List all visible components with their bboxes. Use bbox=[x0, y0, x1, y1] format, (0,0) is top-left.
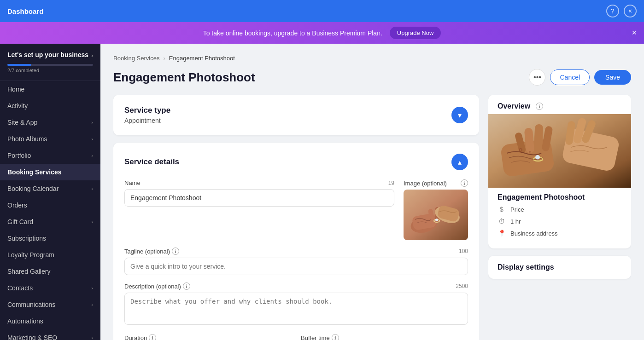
name-group: Name 19 bbox=[124, 179, 394, 240]
sidebar-item-photo-albums[interactable]: Photo Albums › bbox=[0, 131, 100, 147]
chevron-right-icon: › bbox=[91, 153, 93, 158]
duration-info-icon[interactable]: ℹ bbox=[149, 334, 156, 340]
topbar: Dashboard ? × bbox=[0, 0, 644, 22]
description-char-count: 2500 bbox=[456, 283, 468, 289]
sidebar-setup[interactable]: Let's set up your business › 2/7 complet… bbox=[0, 44, 100, 81]
name-input[interactable] bbox=[124, 189, 394, 207]
overview-image bbox=[488, 114, 631, 188]
breadcrumb-separator: › bbox=[163, 55, 165, 62]
sidebar-item-subscriptions[interactable]: Subscriptions bbox=[0, 230, 100, 247]
sidebar-item-booking-calendar[interactable]: Booking Calendar › bbox=[0, 180, 100, 197]
description-textarea[interactable] bbox=[124, 293, 468, 325]
chevron-right-icon: › bbox=[91, 302, 93, 307]
buffer-label-row: Buffer time ℹ bbox=[301, 334, 468, 340]
chevron-right-icon: › bbox=[91, 186, 93, 191]
image-label-row: Image (optional) ℹ bbox=[404, 179, 468, 187]
business-address-label: Business address bbox=[510, 230, 558, 237]
content-with-panel: Service type Appointment ▾ Service detai… bbox=[113, 95, 631, 340]
cancel-button[interactable]: Cancel bbox=[550, 69, 590, 85]
sidebar-item-marketing-seo[interactable]: Marketing & SEO › bbox=[0, 329, 100, 340]
help-icon[interactable]: ? bbox=[606, 5, 619, 17]
sidebar-item-shared-gallery[interactable]: Shared Gallery bbox=[0, 263, 100, 280]
image-group: Image (optional) ℹ bbox=[404, 179, 468, 240]
tagline-char-count: 100 bbox=[459, 248, 468, 254]
sidebar-item-communications[interactable]: Communications › bbox=[0, 296, 100, 313]
buffer-label: Buffer time bbox=[301, 334, 330, 340]
sidebar-item-loyalty-program[interactable]: Loyalty Program bbox=[0, 247, 100, 263]
name-label: Name bbox=[124, 179, 141, 186]
overview-title: Overview bbox=[498, 102, 530, 110]
close-icon[interactable]: × bbox=[624, 5, 637, 17]
breadcrumb-current: Engagement Photoshoot bbox=[169, 55, 235, 62]
description-group: Description (optional) ℹ 2500 bbox=[124, 282, 468, 327]
progress-text: 2/7 completed bbox=[7, 68, 93, 73]
image-label: Image (optional) bbox=[404, 180, 447, 187]
tagline-group: Tagline (optional) ℹ 100 bbox=[124, 248, 468, 275]
price-label: Price bbox=[510, 206, 524, 213]
tagline-label-row: Tagline (optional) ℹ 100 bbox=[124, 248, 468, 255]
service-type-info: Service type Appointment bbox=[124, 106, 170, 124]
sidebar-item-gift-card[interactable]: Gift Card › bbox=[0, 213, 100, 230]
sidebar: Let's set up your business › 2/7 complet… bbox=[0, 44, 100, 340]
svg-point-19 bbox=[529, 151, 531, 153]
buffer-group: Buffer time ℹ None 15 minutes 30 minutes… bbox=[301, 334, 468, 340]
service-type-header: Service type Appointment ▾ bbox=[124, 106, 468, 124]
chevron-right-icon: › bbox=[91, 120, 93, 125]
breadcrumb: Booking Services › Engagement Photoshoot bbox=[113, 55, 631, 62]
tagline-label: Tagline (optional) bbox=[124, 248, 170, 255]
breadcrumb-parent[interactable]: Booking Services bbox=[113, 55, 159, 62]
price-icon: $ bbox=[498, 205, 506, 213]
service-image[interactable] bbox=[404, 190, 468, 240]
duration-detail: ⏱ 1 hr bbox=[498, 217, 622, 225]
image-info-icon[interactable]: ℹ bbox=[461, 179, 468, 187]
overview-info-icon[interactable]: ℹ bbox=[536, 103, 543, 110]
sidebar-item-site-app[interactable]: Site & App › bbox=[0, 114, 100, 131]
display-settings-card: Display settings bbox=[488, 256, 631, 279]
service-type-value: Appointment bbox=[124, 117, 170, 124]
description-label: Description (optional) bbox=[124, 283, 181, 290]
location-detail: 📍 Business address bbox=[498, 229, 622, 237]
sidebar-item-home[interactable]: Home bbox=[0, 81, 100, 98]
page-header: Engagement Photoshoot ••• Cancel Save bbox=[113, 69, 631, 86]
sidebar-item-contacts[interactable]: Contacts › bbox=[0, 280, 100, 296]
sidebar-item-activity[interactable]: Activity bbox=[0, 98, 100, 114]
more-options-button[interactable]: ••• bbox=[529, 69, 545, 86]
sidebar-item-orders[interactable]: Orders bbox=[0, 197, 100, 213]
chevron-right-icon: › bbox=[91, 136, 93, 142]
chevron-down-icon: ▾ bbox=[458, 111, 462, 120]
service-details-toggle[interactable]: ▴ bbox=[451, 154, 468, 170]
tagline-input[interactable] bbox=[124, 258, 468, 275]
name-char-count: 19 bbox=[388, 180, 394, 186]
service-details-title: Service details bbox=[124, 157, 179, 167]
page-actions: ••• Cancel Save bbox=[529, 69, 631, 86]
tagline-info-icon[interactable]: ℹ bbox=[172, 248, 179, 255]
duration-buffer-row: Duration ℹ 1 hour 30 minutes 1.5 hours 2… bbox=[124, 334, 468, 340]
duration-value: 1 hr bbox=[510, 218, 521, 225]
name-image-row: Name 19 Image (optional) ℹ bbox=[124, 179, 468, 240]
duration-label-row: Duration ℹ bbox=[124, 334, 292, 340]
buffer-info-icon[interactable]: ℹ bbox=[332, 334, 339, 340]
description-label-row: Description (optional) ℹ 2500 bbox=[124, 282, 468, 290]
upgrade-banner: To take online bookings, upgrade to a Bu… bbox=[0, 22, 644, 44]
description-info-icon[interactable]: ℹ bbox=[183, 282, 190, 290]
sidebar-item-automations[interactable]: Automations bbox=[0, 313, 100, 329]
setup-chevron: › bbox=[91, 52, 93, 59]
name-label-row: Name 19 bbox=[124, 179, 394, 186]
sidebar-item-booking-services[interactable]: Booking Services bbox=[0, 164, 100, 180]
progress-bar-bg bbox=[7, 64, 93, 66]
service-type-card: Service type Appointment ▾ bbox=[113, 95, 479, 135]
save-button[interactable]: Save bbox=[594, 70, 631, 85]
display-settings-title: Display settings bbox=[498, 263, 622, 271]
banner-message: To take online bookings, upgrade to a Bu… bbox=[203, 29, 382, 37]
upgrade-now-button[interactable]: Upgrade Now bbox=[390, 27, 441, 39]
page-title: Engagement Photoshoot bbox=[113, 70, 255, 85]
sidebar-item-portfolio[interactable]: Portfolio › bbox=[0, 147, 100, 164]
banner-close-button[interactable]: × bbox=[632, 28, 637, 38]
topbar-actions: ? × bbox=[606, 5, 637, 17]
chevron-right-icon: › bbox=[91, 335, 93, 340]
service-type-title: Service type bbox=[124, 106, 170, 115]
price-detail: $ Price bbox=[498, 205, 622, 213]
clock-icon: ⏱ bbox=[498, 217, 506, 225]
service-type-toggle[interactable]: ▾ bbox=[451, 107, 468, 123]
svg-point-7 bbox=[435, 219, 438, 221]
